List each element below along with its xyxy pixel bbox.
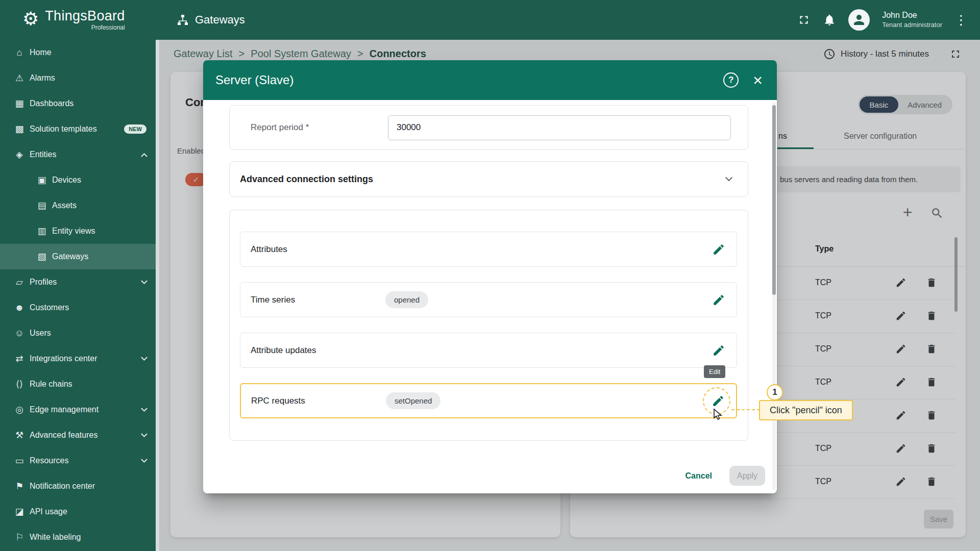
sidebar-item-label: Alarms [30, 73, 55, 83]
sidebar-item-devices[interactable]: ▣ Devices [0, 167, 156, 193]
card-label: Time series [251, 295, 385, 305]
sidebar-item-white-labeling[interactable]: ⚐ White labeling [0, 524, 156, 550]
integrations-icon: ⇄ [14, 353, 25, 364]
close-icon[interactable]: × [753, 73, 763, 87]
dashboards-icon: ▦ [14, 98, 25, 109]
card-label: Attribute updates [251, 345, 385, 356]
assets-icon: ▤ [36, 200, 47, 211]
new-badge: NEW [124, 124, 146, 134]
sidebar-item-alarms[interactable]: ⚠ Alarms [0, 65, 156, 91]
report-period-label: Report period * [251, 122, 388, 133]
card-label: Attributes [251, 244, 385, 255]
page-title: Gateways [177, 13, 245, 27]
chevron-down-icon [141, 278, 148, 284]
user-info[interactable]: John Doe Tenant administrator [882, 10, 942, 30]
sidebar-item-label: Dashboards [30, 99, 74, 108]
sidebar-item-label: Notification center [30, 482, 95, 491]
cancel-button[interactable]: Cancel [685, 471, 712, 481]
sidebar-item-notification-center[interactable]: ⚑ Notification center [0, 473, 156, 499]
screen: ⚙ ThingsBoard Professional Gateways J [0, 0, 980, 551]
report-period-input[interactable] [388, 115, 731, 140]
sidebar-item-label: Assets [52, 201, 77, 210]
profiles-icon: ▱ [14, 277, 25, 288]
entities-icon: ◈ [14, 149, 25, 160]
required-mark: * [306, 122, 309, 132]
chevron-down-icon [141, 405, 148, 412]
annotation-dashed-line [731, 409, 760, 410]
sidebar-scrollbar[interactable] [156, 40, 159, 551]
dialog-title: Server (Slave) [215, 73, 293, 87]
brand-logo[interactable]: ⚙ ThingsBoard Professional [0, 9, 159, 32]
sidebar-item-solution-templates[interactable]: ▩ Solution templates NEW [0, 116, 156, 142]
sidebar-item-label: API usage [30, 507, 67, 516]
topbar-actions: John Doe Tenant administrator ⋮ [797, 9, 980, 31]
annotation-step-number: 1 [767, 384, 783, 400]
lan-icon [177, 14, 189, 26]
dialog-footer: Cancel Apply [685, 466, 766, 486]
sidebar-item-integrations-center[interactable]: ⇄ Integrations center [0, 346, 156, 371]
chevron-down-icon [141, 431, 148, 437]
sidebar-item-gateways[interactable]: ▧ Gateways [0, 244, 156, 269]
sidebar-item-label: Entity views [52, 227, 95, 236]
sidebar-item-home[interactable]: ⌂ Home [0, 40, 156, 65]
dialog-scrollbar-thumb[interactable] [772, 105, 776, 295]
sidebar-item-label: Entities [30, 150, 56, 159]
sidebar-item-resources[interactable]: ▭ Resources [0, 448, 156, 473]
sidebar-item-label: Advanced features [30, 431, 97, 440]
devices-icon: ▣ [36, 174, 47, 186]
advanced-features-icon: ⚒ [14, 430, 25, 441]
white-labeling-icon: ⚐ [14, 532, 25, 543]
brand-subtitle: Professional [45, 24, 125, 31]
sidebar-item-entity-views[interactable]: ▥ Entity views [0, 218, 156, 244]
sidebar-item-label: Rule chains [30, 380, 72, 389]
sidebar-item-entities[interactable]: ◈ Entities [0, 142, 156, 167]
chevron-down-icon [725, 174, 732, 181]
help-icon[interactable]: ? [723, 72, 739, 88]
apply-button[interactable]: Apply [729, 466, 765, 486]
alarm-icon: ⚠ [14, 72, 25, 84]
attributes-card: Attributes [240, 232, 737, 267]
api-usage-icon: ◪ [14, 506, 25, 517]
avatar[interactable] [848, 9, 870, 31]
resources-icon: ▭ [14, 455, 25, 466]
sidebar-item-advanced-features[interactable]: ⚒ Advanced features [0, 422, 156, 448]
edit-attributes-pencil-icon[interactable] [712, 243, 725, 256]
home-icon: ⌂ [14, 47, 25, 58]
mouse-cursor-icon [712, 408, 724, 422]
dialog-body: Report period * Advanced connection sett… [203, 100, 777, 493]
sidebar: ⌂ Home ⚠ Alarms ▦ Dashboards ▩ Solution … [0, 40, 159, 551]
sidebar-item-dashboards[interactable]: ▦ Dashboards [0, 91, 156, 116]
sidebar-item-api-usage[interactable]: ◪ API usage [0, 499, 156, 524]
edit-attribute-updates-pencil-icon[interactable] [712, 344, 725, 357]
more-menu-icon[interactable]: ⋮ [954, 12, 968, 28]
top-header: ⚙ ThingsBoard Professional Gateways J [0, 0, 980, 40]
time-series-card: Time series opened [240, 282, 737, 317]
sidebar-item-label: White labeling [30, 533, 81, 542]
chevron-up-icon [141, 153, 148, 159]
entity-views-icon: ▥ [36, 226, 47, 237]
rpc-requests-chip: setOpened [386, 392, 440, 409]
attribute-updates-card: Attribute updates [240, 333, 737, 368]
sidebar-item-profiles[interactable]: ▱ Profiles [0, 269, 156, 295]
sidebar-item-customers[interactable]: ☻ Customers [0, 295, 156, 320]
advanced-connection-settings-section[interactable]: Advanced connection settings [229, 161, 748, 197]
notifications-bell-icon[interactable] [823, 13, 836, 27]
rule-chains-icon: ⟨⟩ [14, 379, 25, 390]
chevron-down-icon [141, 456, 148, 463]
sidebar-item-users[interactable]: ☺ Users [0, 320, 156, 346]
fullscreen-icon[interactable] [797, 13, 811, 27]
notification-center-icon: ⚑ [14, 481, 25, 492]
sidebar-item-edge-management[interactable]: ◎ Edge management [0, 397, 156, 422]
report-period-group: Report period * [229, 105, 748, 150]
sidebar-item-label: Gateways [52, 252, 88, 261]
sidebar-item-rule-chains[interactable]: ⟨⟩ Rule chains [0, 371, 156, 397]
edge-management-icon: ◎ [14, 404, 25, 415]
edit-time-series-pencil-icon[interactable] [712, 293, 725, 307]
server-slave-dialog: Server (Slave) ? × Report period * Advan… [203, 60, 777, 493]
sidebar-item-label: Profiles [30, 278, 57, 287]
dialog-header: Server (Slave) ? × [203, 60, 777, 100]
users-icon: ☺ [14, 328, 25, 339]
brand-name: ThingsBoard [45, 9, 125, 24]
sidebar-item-assets[interactable]: ▤ Assets [0, 193, 156, 218]
edit-tooltip: Edit [704, 365, 725, 378]
